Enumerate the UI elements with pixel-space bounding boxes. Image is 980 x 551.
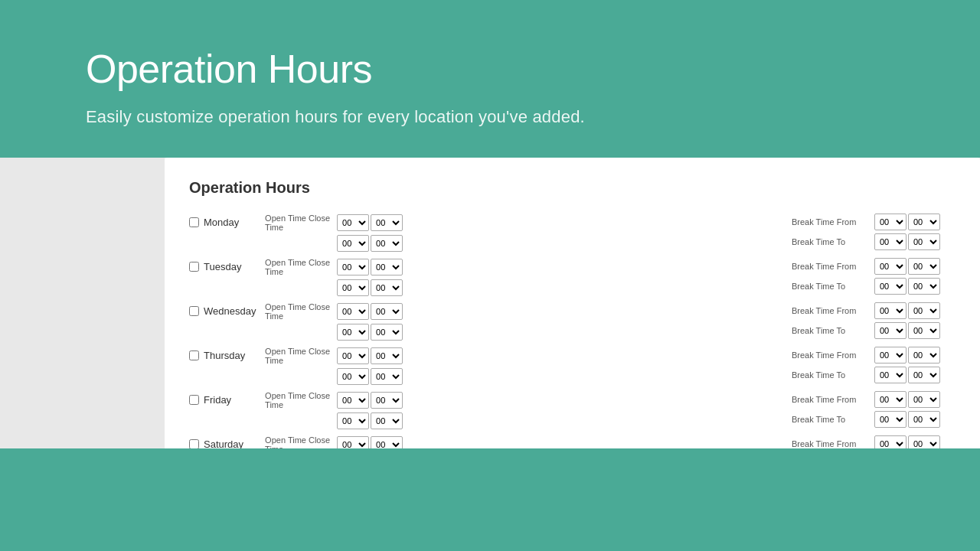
checkbox-friday[interactable] xyxy=(189,395,199,405)
day-row-wednesday: Wednesday Open Time Close Time 00 00 xyxy=(189,301,956,341)
break-from-hour-wednesday[interactable]: 00 xyxy=(874,302,906,319)
card-container: Operation Hours Monday Open Time Close T… xyxy=(0,158,980,448)
open-hour-monday[interactable]: 00 xyxy=(337,214,369,231)
checkbox-tuesday[interactable] xyxy=(189,262,199,272)
break-from-hour-saturday[interactable]: 00 xyxy=(874,435,906,448)
day-label-monday: Monday xyxy=(204,217,239,228)
close-min-monday[interactable]: 00 xyxy=(371,235,403,252)
close-hour-monday[interactable]: 00 xyxy=(337,235,369,252)
open-time-label-friday: Open Time Close Time xyxy=(265,391,334,409)
break-from-min-wednesday[interactable]: 00 xyxy=(908,302,940,319)
open-time-label-thursday: Open Time Close Time xyxy=(265,347,334,365)
close-hour-tuesday[interactable]: 00 xyxy=(337,279,369,296)
operation-hours-card: Operation Hours Monday Open Time Close T… xyxy=(165,158,980,448)
break-from-min-monday[interactable]: 00 xyxy=(908,214,940,230)
open-min-monday[interactable]: 00 xyxy=(371,214,403,231)
open-min-tuesday[interactable]: 00 xyxy=(371,259,403,276)
right-part-thursday: Break Time From 00 00 Break Time To 00 0… xyxy=(792,345,956,383)
open-selects-tuesday: 00 00 xyxy=(337,259,403,276)
break-from-hour-tuesday[interactable]: 00 xyxy=(874,258,906,275)
open-min-saturday[interactable]: 00 xyxy=(371,436,403,448)
open-selects-thursday: 00 00 xyxy=(337,347,403,364)
day-row-monday: Monday Open Time Close Time 00 00 xyxy=(189,212,956,252)
break-to-hour-wednesday[interactable]: 00 xyxy=(874,322,906,339)
day-row-saturday: Saturday Open Time Close Time 00 00 xyxy=(189,434,956,448)
open-close-row-thursday: Open Time Close Time 00 00 xyxy=(265,347,403,365)
break-to-selects-monday: 00 00 xyxy=(874,233,940,250)
close-min-wednesday[interactable]: 00 xyxy=(371,324,403,341)
break-to-min-friday[interactable]: 00 xyxy=(908,411,940,428)
close-selects-row-monday: 00 00 xyxy=(265,235,403,252)
close-selects-friday: 00 00 xyxy=(337,412,403,429)
checkbox-thursday[interactable] xyxy=(189,350,199,360)
open-hour-saturday[interactable]: 00 xyxy=(337,436,369,448)
day-row-tuesday: Tuesday Open Time Close Time 00 00 xyxy=(189,256,956,296)
open-hour-thursday[interactable]: 00 xyxy=(337,347,369,364)
open-hour-wednesday[interactable]: 00 xyxy=(337,303,369,320)
close-hour-wednesday[interactable]: 00 xyxy=(337,324,369,341)
day-label-saturday: Saturday xyxy=(204,439,243,448)
open-min-thursday[interactable]: 00 xyxy=(371,347,403,364)
break-to-hour-friday[interactable]: 00 xyxy=(874,411,906,428)
time-group-wednesday: Open Time Close Time 00 00 00 00 xyxy=(265,301,403,341)
break-from-min-friday[interactable]: 00 xyxy=(908,391,940,408)
break-from-min-tuesday[interactable]: 00 xyxy=(908,258,940,275)
break-from-min-thursday[interactable]: 00 xyxy=(908,347,940,364)
day-checkbox-group-friday: Friday xyxy=(189,390,265,406)
open-min-wednesday[interactable]: 00 xyxy=(371,303,403,320)
break-from-hour-monday[interactable]: 00 xyxy=(874,214,906,230)
day-label-tuesday: Tuesday xyxy=(204,261,241,272)
open-close-row-saturday: Open Time Close Time 00 00 xyxy=(265,435,403,448)
break-from-hour-friday[interactable]: 00 xyxy=(874,391,906,408)
full-row-monday: Open Time Close Time 00 00 00 00 xyxy=(265,212,956,252)
break-to-hour-tuesday[interactable]: 00 xyxy=(874,278,906,295)
break-from-label-wednesday: Break Time From xyxy=(792,306,868,315)
open-hour-friday[interactable]: 00 xyxy=(337,392,369,409)
break-from-label-saturday: Break Time From xyxy=(792,439,868,448)
page-title: Operation Hours xyxy=(86,46,894,92)
right-part-saturday: Break Time From 00 00 Break Time To 00 0… xyxy=(792,434,956,448)
close-selects-row-tuesday: 00 00 xyxy=(265,279,403,296)
close-selects-thursday: 00 00 xyxy=(337,368,403,385)
close-selects-wednesday: 00 00 xyxy=(337,324,403,341)
time-group-monday: Open Time Close Time 00 00 00 00 xyxy=(265,212,403,252)
checkbox-wednesday[interactable] xyxy=(189,306,199,316)
close-min-thursday[interactable]: 00 xyxy=(371,368,403,385)
open-hour-tuesday[interactable]: 00 xyxy=(337,259,369,276)
open-time-label-saturday: Open Time Close Time xyxy=(265,435,334,448)
close-min-tuesday[interactable]: 00 xyxy=(371,279,403,296)
full-row-saturday: Open Time Close Time 00 00 00 00 xyxy=(265,434,956,448)
left-part-friday: Open Time Close Time 00 00 00 00 xyxy=(265,390,792,429)
close-min-friday[interactable]: 00 xyxy=(371,412,403,429)
break-to-min-tuesday[interactable]: 00 xyxy=(908,278,940,295)
day-checkbox-group-thursday: Thursday xyxy=(189,345,265,361)
close-selects-row-wednesday: 00 00 xyxy=(265,324,403,341)
break-from-min-saturday[interactable]: 00 xyxy=(908,435,940,448)
break-to-row-friday: Break Time To 00 00 xyxy=(792,411,940,428)
break-to-min-wednesday[interactable]: 00 xyxy=(908,322,940,339)
open-time-label-tuesday: Open Time Close Time xyxy=(265,258,334,276)
full-row-friday: Open Time Close Time 00 00 00 00 xyxy=(265,390,956,429)
break-from-hour-thursday[interactable]: 00 xyxy=(874,347,906,364)
break-to-hour-monday[interactable]: 00 xyxy=(874,233,906,250)
break-from-selects-monday: 00 00 xyxy=(874,214,940,230)
close-selects-monday: 00 00 xyxy=(337,235,403,252)
day-row-thursday: Thursday Open Time Close Time 00 00 xyxy=(189,345,956,385)
left-part-monday: Open Time Close Time 00 00 00 00 xyxy=(265,212,792,252)
checkbox-saturday[interactable] xyxy=(189,439,199,448)
close-selects-tuesday: 00 00 xyxy=(337,279,403,296)
break-to-row-tuesday: Break Time To 00 00 xyxy=(792,278,940,295)
checkbox-monday[interactable] xyxy=(189,217,199,227)
right-part-wednesday: Break Time From 00 00 Break Time To 00 0… xyxy=(792,301,956,339)
open-min-friday[interactable]: 00 xyxy=(371,392,403,409)
break-to-min-thursday[interactable]: 00 xyxy=(908,367,940,383)
open-selects-monday: 00 00 xyxy=(337,214,403,231)
left-part-tuesday: Open Time Close Time 00 00 00 00 xyxy=(265,256,792,296)
close-hour-friday[interactable]: 00 xyxy=(337,412,369,429)
break-to-min-monday[interactable]: 00 xyxy=(908,233,940,250)
break-to-hour-thursday[interactable]: 00 xyxy=(874,367,906,383)
close-hour-thursday[interactable]: 00 xyxy=(337,368,369,385)
break-from-row-wednesday: Break Time From 00 00 xyxy=(792,302,940,319)
break-from-selects-thursday: 00 00 xyxy=(874,347,940,364)
close-selects-row-friday: 00 00 xyxy=(265,412,403,429)
